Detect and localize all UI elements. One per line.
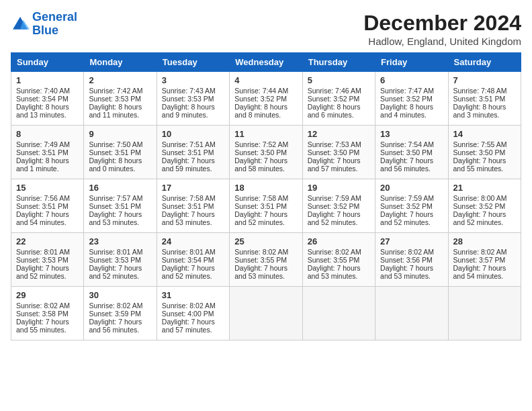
col-monday: Monday	[84, 53, 157, 72]
col-saturday: Saturday	[448, 53, 521, 72]
table-row	[375, 287, 448, 340]
col-tuesday: Tuesday	[157, 53, 229, 72]
table-row: 15Sunrise: 7:56 AMSunset: 3:51 PMDayligh…	[11, 179, 84, 233]
col-friday: Friday	[375, 53, 448, 72]
table-row: 5Sunrise: 7:46 AMSunset: 3:52 PMDaylight…	[302, 72, 375, 126]
table-row: 8Sunrise: 7:49 AMSunset: 3:51 PMDaylight…	[11, 126, 84, 179]
table-row: 21Sunrise: 8:00 AMSunset: 3:52 PMDayligh…	[448, 179, 521, 233]
page-header: General Blue December 2024 Hadlow, Engla…	[11, 11, 521, 47]
table-row: 17Sunrise: 7:58 AMSunset: 3:51 PMDayligh…	[157, 179, 229, 233]
calendar-week-row: 22Sunrise: 8:01 AMSunset: 3:53 PMDayligh…	[11, 233, 521, 287]
table-row: 26Sunrise: 8:02 AMSunset: 3:55 PMDayligh…	[302, 233, 375, 287]
table-row: 29Sunrise: 8:02 AMSunset: 3:58 PMDayligh…	[11, 287, 84, 340]
table-row: 9Sunrise: 7:50 AMSunset: 3:51 PMDaylight…	[84, 126, 157, 179]
calendar-week-row: 1Sunrise: 7:40 AMSunset: 3:54 PMDaylight…	[11, 72, 521, 126]
table-row	[230, 287, 302, 340]
table-row: 10Sunrise: 7:51 AMSunset: 3:51 PMDayligh…	[157, 126, 229, 179]
calendar-table: Sunday Monday Tuesday Wednesday Thursday…	[11, 52, 521, 340]
table-row: 30Sunrise: 8:02 AMSunset: 3:59 PMDayligh…	[84, 287, 157, 340]
table-row: 7Sunrise: 7:48 AMSunset: 3:51 PMDaylight…	[448, 72, 521, 126]
table-row: 28Sunrise: 8:02 AMSunset: 3:57 PMDayligh…	[448, 233, 521, 287]
calendar-week-row: 8Sunrise: 7:49 AMSunset: 3:51 PMDaylight…	[11, 126, 521, 179]
table-row: 13Sunrise: 7:54 AMSunset: 3:50 PMDayligh…	[375, 126, 448, 179]
table-row: 2Sunrise: 7:42 AMSunset: 3:53 PMDaylight…	[84, 72, 157, 126]
table-row: 3Sunrise: 7:43 AMSunset: 3:53 PMDaylight…	[157, 72, 229, 126]
table-row: 6Sunrise: 7:47 AMSunset: 3:52 PMDaylight…	[375, 72, 448, 126]
table-row: 16Sunrise: 7:57 AMSunset: 3:51 PMDayligh…	[84, 179, 157, 233]
location: Hadlow, England, United Kingdom	[363, 36, 521, 47]
table-row: 22Sunrise: 8:01 AMSunset: 3:53 PMDayligh…	[11, 233, 84, 287]
table-row: 11Sunrise: 7:52 AMSunset: 3:50 PMDayligh…	[230, 126, 302, 179]
table-row	[448, 287, 521, 340]
col-wednesday: Wednesday	[230, 53, 302, 72]
table-row: 31Sunrise: 8:02 AMSunset: 4:00 PMDayligh…	[157, 287, 229, 340]
calendar-week-row: 29Sunrise: 8:02 AMSunset: 3:58 PMDayligh…	[11, 287, 521, 340]
col-thursday: Thursday	[302, 53, 375, 72]
table-row: 18Sunrise: 7:58 AMSunset: 3:51 PMDayligh…	[230, 179, 302, 233]
table-row: 19Sunrise: 7:59 AMSunset: 3:52 PMDayligh…	[302, 179, 375, 233]
logo-icon	[11, 15, 30, 34]
table-row	[302, 287, 375, 340]
logo-text: General Blue	[32, 11, 77, 38]
header-row: Sunday Monday Tuesday Wednesday Thursday…	[11, 53, 521, 72]
table-row: 12Sunrise: 7:53 AMSunset: 3:50 PMDayligh…	[302, 126, 375, 179]
calendar-week-row: 15Sunrise: 7:56 AMSunset: 3:51 PMDayligh…	[11, 179, 521, 233]
title-block: December 2024 Hadlow, England, United Ki…	[363, 11, 521, 47]
table-row: 27Sunrise: 8:02 AMSunset: 3:56 PMDayligh…	[375, 233, 448, 287]
col-sunday: Sunday	[11, 53, 84, 72]
logo: General Blue	[11, 11, 77, 38]
table-row: 25Sunrise: 8:02 AMSunset: 3:55 PMDayligh…	[230, 233, 302, 287]
table-row: 1Sunrise: 7:40 AMSunset: 3:54 PMDaylight…	[11, 72, 84, 126]
table-row: 14Sunrise: 7:55 AMSunset: 3:50 PMDayligh…	[448, 126, 521, 179]
table-row: 4Sunrise: 7:44 AMSunset: 3:52 PMDaylight…	[230, 72, 302, 126]
month-title: December 2024	[363, 11, 521, 36]
table-row: 23Sunrise: 8:01 AMSunset: 3:53 PMDayligh…	[84, 233, 157, 287]
table-row: 20Sunrise: 7:59 AMSunset: 3:52 PMDayligh…	[375, 179, 448, 233]
table-row: 24Sunrise: 8:01 AMSunset: 3:54 PMDayligh…	[157, 233, 229, 287]
